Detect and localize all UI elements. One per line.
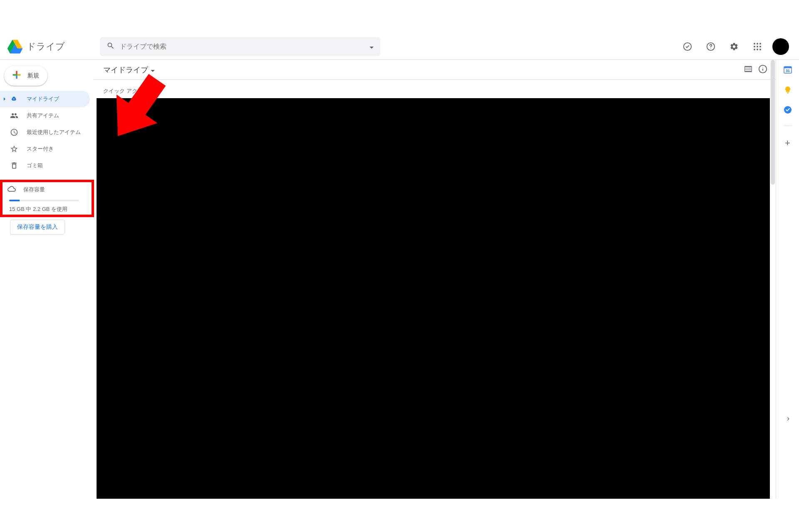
scrollbar-thumb[interactable] <box>771 60 775 185</box>
search-icon <box>107 42 115 52</box>
apps-grid-icon[interactable] <box>749 38 766 55</box>
view-actions <box>744 64 767 75</box>
help-icon[interactable] <box>702 38 719 55</box>
panel-divider <box>784 126 792 126</box>
storage-section: 保存容量 15 GB 中 2.2 GB を使用 保存容量を購入 <box>0 180 93 240</box>
logo-section: ドライブ <box>7 38 98 55</box>
sidebar-item-label: 最近使用したアイテム <box>27 129 81 136</box>
new-button[interactable]: 新規 <box>4 66 47 86</box>
search-options-dropdown-icon[interactable] <box>370 43 374 50</box>
buy-storage-button[interactable]: 保存容量を購入 <box>10 220 65 235</box>
calendar-app-icon[interactable]: 31 <box>784 66 792 74</box>
cloud-icon <box>7 185 16 195</box>
storage-label: 保存容量 <box>23 186 45 193</box>
svg-point-8 <box>757 43 758 45</box>
content-area <box>97 98 770 499</box>
header-actions <box>679 38 792 55</box>
sidebar-item-label: スター付き <box>27 145 54 153</box>
sidebar-item-trash[interactable]: ゴミ箱 <box>0 157 90 174</box>
breadcrumb-bar: マイドライブ <box>93 60 776 80</box>
svg-point-7 <box>754 43 755 45</box>
svg-point-12 <box>759 46 761 47</box>
main-content: マイドライブ クイック アクセス <box>93 60 776 499</box>
drive-logo-icon[interactable] <box>7 38 23 55</box>
storage-progress-bar <box>9 200 79 201</box>
svg-point-9 <box>759 43 761 45</box>
sidebar: 新規 マイドライブ 共有アイテム <box>0 60 93 499</box>
sidebar-item-shared[interactable]: 共有アイテム <box>0 107 90 124</box>
clock-icon <box>9 128 19 136</box>
add-addon-icon[interactable]: + <box>785 138 790 148</box>
info-icon[interactable] <box>758 64 767 75</box>
svg-point-19 <box>762 67 763 67</box>
sidebar-item-label: マイドライブ <box>27 95 59 103</box>
svg-point-10 <box>754 46 755 47</box>
svg-point-6 <box>710 48 711 48</box>
svg-point-14 <box>757 49 758 50</box>
sidebar-item-my-drive[interactable]: マイドライブ <box>0 91 90 107</box>
storage-usage-text: 15 GB 中 2.2 GB を使用 <box>9 205 86 213</box>
search-input[interactable] <box>120 43 370 50</box>
drive-icon <box>9 95 19 103</box>
search-bar[interactable] <box>100 37 380 56</box>
sidebar-item-storage[interactable]: 保存容量 <box>7 185 86 195</box>
list-view-icon[interactable] <box>744 65 752 75</box>
svg-point-13 <box>754 49 755 50</box>
chevron-right-expand-icon[interactable] <box>785 416 792 424</box>
sidebar-item-starred[interactable]: スター付き <box>0 141 90 157</box>
right-side-panel: 31 + <box>776 60 799 499</box>
breadcrumb-label: マイドライブ <box>103 65 148 75</box>
star-icon <box>9 145 19 153</box>
people-icon <box>9 111 19 120</box>
breadcrumb[interactable]: マイドライブ <box>103 65 155 75</box>
sidebar-item-recent[interactable]: 最近使用したアイテム <box>0 124 90 141</box>
account-avatar[interactable] <box>772 38 789 55</box>
settings-gear-icon[interactable] <box>726 38 742 55</box>
storage-progress-fill <box>9 200 20 201</box>
svg-point-15 <box>759 49 761 50</box>
trash-icon <box>9 161 19 170</box>
header: ドライブ <box>0 33 799 60</box>
sidebar-item-label: 共有アイテム <box>27 112 59 119</box>
keep-app-icon[interactable] <box>784 86 792 94</box>
svg-text:31: 31 <box>785 69 789 73</box>
plus-icon <box>11 69 22 82</box>
offline-ready-icon[interactable] <box>679 38 696 55</box>
chevron-right-icon <box>2 96 7 102</box>
quick-access-label: クイック アクセス <box>93 80 776 98</box>
chevron-down-icon <box>151 65 155 74</box>
tasks-app-icon[interactable] <box>784 106 792 114</box>
app-title: ドライブ <box>27 40 65 53</box>
sidebar-item-label: ゴミ箱 <box>27 162 43 169</box>
svg-point-11 <box>757 46 758 47</box>
svg-rect-21 <box>784 67 792 68</box>
new-button-label: 新規 <box>27 72 39 79</box>
